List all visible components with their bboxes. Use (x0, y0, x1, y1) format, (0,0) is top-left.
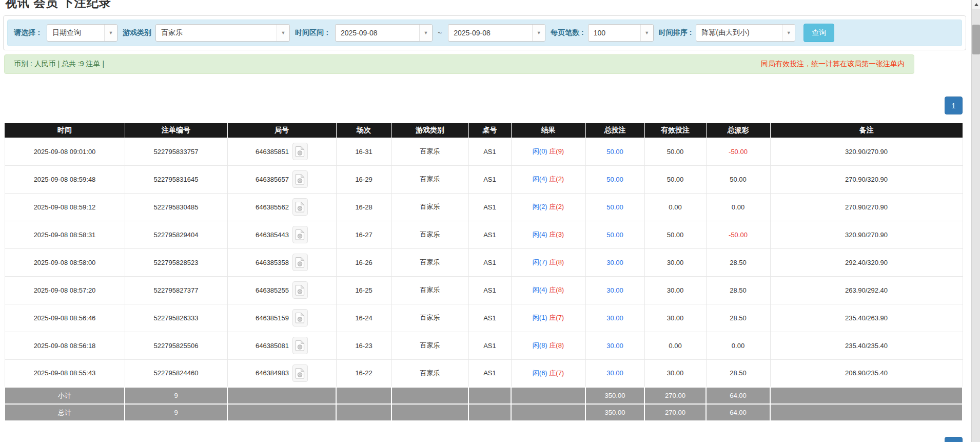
video-replay-button[interactable] (292, 309, 308, 326)
table-row: 2025-09-08 08:55:43 522795824460 6463849… (5, 359, 963, 387)
cell-session: 16-29 (336, 165, 391, 193)
video-replay-button[interactable] (292, 337, 308, 354)
time-sort-label: 时间排序 : (659, 28, 692, 37)
round-number: 646385657 (256, 176, 289, 183)
result-player: 闲(6) (533, 369, 547, 377)
cell-time: 2025-09-08 08:59:12 (5, 193, 125, 221)
header-total-bet: 总投注 (585, 123, 644, 138)
cell-payout: 28.50 (706, 304, 770, 332)
cell-round-no: 646385443 (227, 221, 336, 248)
cell-round-no: 646385081 (227, 332, 336, 359)
result-banker: 庄(8) (549, 286, 564, 294)
subtotal-row: 小计 9 350.00 270.00 64.00 (5, 387, 963, 404)
round-number: 646385081 (256, 342, 289, 350)
result-banker: 庄(9) (549, 147, 564, 155)
total-bet-link[interactable]: 30.00 (606, 259, 623, 266)
total-bet-link[interactable]: 50.00 (606, 203, 623, 211)
cell-session: 16-24 (336, 304, 391, 332)
cell-payout: 0.00 (706, 332, 770, 359)
pagination-page-1-bottom[interactable]: 1 (945, 437, 963, 442)
time-sort-select[interactable]: 降冪(由大到小) ▼ (696, 24, 795, 42)
video-file-icon (295, 312, 305, 323)
cell-result: 闲(2) 庄(2) (511, 193, 585, 221)
cell-game-type: 百家乐 (391, 304, 468, 332)
total-total-bet: 350.00 (585, 404, 644, 421)
vertical-scrollbar[interactable] (971, 0, 980, 442)
header-valid-bet: 有效投注 (644, 123, 706, 138)
cell-total-bet: 50.00 (585, 193, 644, 221)
scrollbar-thumb[interactable] (972, 25, 980, 54)
cell-table-no: AS1 (468, 332, 511, 359)
query-type-select[interactable]: 日期查询 ▼ (47, 24, 117, 42)
result-banker: 庄(8) (549, 258, 564, 266)
video-replay-button[interactable] (292, 281, 308, 299)
subtotal-count: 9 (125, 387, 227, 404)
header-table-no: 桌号 (468, 123, 511, 138)
cell-game-type: 百家乐 (391, 165, 468, 193)
page-size-select[interactable]: 100 ▼ (588, 24, 654, 42)
cell-valid-bet: 30.00 (644, 276, 706, 304)
game-type-select[interactable]: 百家乐 ▼ (155, 24, 290, 42)
cell-payout: 0.00 (706, 193, 770, 221)
cell-total-bet: 30.00 (585, 248, 644, 276)
date-from-select[interactable]: 2025-09-08 ▼ (335, 24, 433, 42)
pagination-page-1-top[interactable]: 1 (945, 97, 963, 114)
total-bet-link[interactable]: 50.00 (606, 231, 623, 239)
result-banker: 庄(2) (549, 203, 564, 210)
video-replay-button[interactable] (292, 170, 308, 188)
cell-round-no: 646384983 (227, 359, 336, 387)
cell-round-no: 646385255 (227, 276, 336, 304)
chevron-down-icon: ▼ (104, 25, 117, 41)
page-size-label: 每页笔数 : (551, 28, 584, 37)
result-player: 闲(7) (533, 258, 547, 266)
total-bet-link[interactable]: 30.00 (606, 286, 623, 294)
video-file-icon (295, 229, 305, 240)
video-replay-button[interactable] (292, 254, 308, 271)
cell-table-no: AS1 (468, 359, 511, 387)
cell-total-bet: 30.00 (585, 304, 644, 332)
cell-round-no: 646385159 (227, 304, 336, 332)
scroll-up-button[interactable] (972, 0, 980, 9)
table-row: 2025-09-08 08:56:18 522795825506 6463850… (5, 332, 963, 359)
query-type-label: 请选择： (14, 28, 43, 37)
cell-session: 16-23 (336, 332, 391, 359)
video-file-icon (295, 368, 305, 379)
cell-result: 闲(6) 庄(7) (511, 359, 585, 387)
result-player: 闲(4) (533, 286, 547, 294)
cell-table-no: AS1 (468, 138, 511, 165)
cell-time: 2025-09-08 08:57:20 (5, 276, 125, 304)
total-bet-link[interactable]: 30.00 (606, 369, 623, 377)
result-banker: 庄(8) (549, 341, 564, 349)
cell-round-no: 646385358 (227, 248, 336, 276)
cell-table-no: AS1 (468, 248, 511, 276)
video-replay-button[interactable] (292, 364, 308, 382)
chevron-down-icon: ▼ (277, 25, 289, 41)
header-remark: 备注 (770, 123, 963, 138)
table-row: 2025-09-08 09:01:00 522795833757 6463858… (5, 138, 963, 165)
query-button[interactable]: 查询 (803, 24, 834, 42)
video-replay-button[interactable] (292, 198, 308, 216)
cell-game-type: 百家乐 (391, 138, 468, 165)
total-bet-link[interactable]: 30.00 (606, 314, 623, 322)
date-to-select[interactable]: 2025-09-08 ▼ (448, 24, 545, 42)
video-replay-button[interactable] (292, 226, 308, 243)
game-type-value: 百家乐 (156, 25, 277, 41)
cell-session: 16-26 (336, 248, 391, 276)
total-bet-link[interactable]: 30.00 (606, 342, 623, 350)
table-row: 2025-09-08 08:59:12 522795830485 6463855… (5, 193, 963, 221)
page-title: 视讯 会员 下注纪录 (5, 0, 111, 11)
cell-result: 闲(4) 庄(8) (511, 276, 585, 304)
chevron-down-icon: ▼ (419, 25, 432, 41)
total-bet-link[interactable]: 50.00 (606, 148, 623, 156)
result-player: 闲(8) (533, 341, 547, 349)
total-label: 总计 (5, 404, 125, 421)
cell-remark: 235.40/263.90 (770, 304, 963, 332)
cell-valid-bet: 0.00 (644, 332, 706, 359)
cell-remark: 270.90/320.90 (770, 165, 963, 193)
cell-bet-no: 522795826333 (125, 304, 227, 332)
cell-payout: 28.50 (706, 276, 770, 304)
total-bet-link[interactable]: 50.00 (606, 176, 623, 183)
cell-total-bet: 50.00 (585, 165, 644, 193)
video-replay-button[interactable] (292, 143, 308, 160)
cell-result: 闲(8) 庄(8) (511, 332, 585, 359)
